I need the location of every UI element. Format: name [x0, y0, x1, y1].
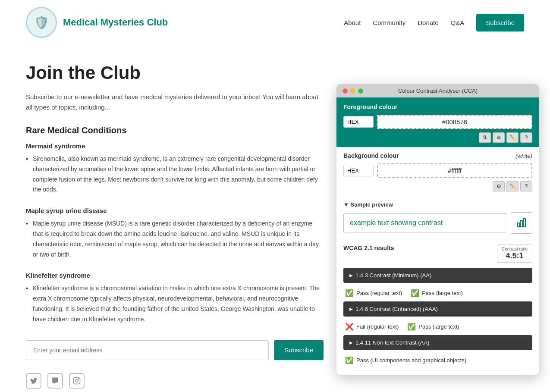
cca-wcag-header: WCAG 2.1 results Contrast ratio 4.5:1	[343, 245, 532, 263]
svg-rect-4	[521, 220, 522, 227]
fail-icon-aaa-regular: ❌	[345, 323, 354, 331]
cca-fg-label: Foreground colour	[343, 103, 532, 110]
page-title: Join the Club	[26, 63, 324, 83]
cca-fg-swap-button[interactable]: ⇅	[479, 132, 491, 143]
navbar: 🛡️ Medical Mysteries Club About Communit…	[0, 0, 550, 45]
cca-aa-results: ✅ Pass (regular text) ✅ Pass (large text…	[343, 286, 532, 301]
condition-mermaid: Mermaid syndrome Sirenomelia, also known…	[26, 142, 324, 195]
svg-point-1	[75, 379, 78, 382]
cca-nontext-results: ✅ Pass (UI components and graphical obje…	[343, 354, 532, 369]
twitter-icon[interactable]	[26, 373, 41, 389]
cca-fg-help-button[interactable]: ?	[520, 132, 532, 143]
maximize-button[interactable]	[358, 88, 363, 94]
instagram-icon[interactable]	[69, 373, 85, 389]
condition-klinefelter: Klinefelter syndrome Klinefelter syndrom…	[26, 272, 324, 324]
rare-conditions-title: Rare Medical Conditions	[26, 125, 324, 135]
cca-preview-text: example text showing contrast	[343, 213, 507, 232]
twitch-icon[interactable]	[47, 373, 63, 389]
cca-bg-format-select[interactable]: HEX	[343, 165, 374, 176]
minimize-button[interactable]	[350, 88, 355, 94]
condition-klinefelter-title: Klinefelter syndrome	[26, 272, 324, 279]
close-button[interactable]	[343, 88, 348, 94]
cca-preview-chart-button[interactable]	[511, 212, 532, 234]
cca-aaa-result-large: ✅ Pass (large text)	[407, 323, 459, 331]
cca-traffic-lights	[343, 88, 363, 94]
cca-criterion-aaa-label: 1.4.6 Contrast (Enhanced) (AAA)	[355, 306, 438, 312]
cca-bg-input-row: HEX	[343, 163, 532, 178]
cca-fg-picker-button[interactable]: ✏️	[506, 132, 519, 143]
cca-contrast-box: Contrast ratio 4.5:1	[497, 245, 532, 263]
cca-wcag-title: WCAG 2.1 results	[343, 245, 394, 251]
right-column: Colour Contrast Analyser (CCA) Foregroun…	[336, 63, 539, 389]
cca-bg-white: (white)	[515, 153, 532, 159]
play-icon-aaa: ▶	[349, 307, 353, 311]
cca-aaa-result-regular-text: Fail (regular text)	[356, 323, 399, 330]
cca-preview-header: ▼ Sample preview	[343, 201, 532, 208]
condition-klinefelter-list: Klinefelter syndrome is a chromosomal va…	[26, 283, 324, 324]
cca-fg-adjust-button[interactable]: ⚙	[493, 132, 505, 143]
play-icon-nontext: ▶	[349, 340, 353, 345]
email-input[interactable]	[26, 340, 269, 360]
cca-preview-body: example text showing contrast	[343, 212, 532, 234]
cca-aaa-result-large-text: Pass (large text)	[418, 323, 459, 330]
cca-bg-hex-input[interactable]	[377, 163, 532, 178]
cca-fg-input-row: HEX	[343, 115, 532, 129]
cca-criterion-aaa[interactable]: ▶ 1.4.6 Contrast (Enhanced) (AAA)	[343, 301, 532, 317]
cca-bg-picker-button[interactable]: ✏️	[506, 181, 519, 191]
pass-icon-aaa-large: ✅	[407, 323, 416, 331]
cca-preview-label: ▼ Sample preview	[343, 201, 393, 208]
nav-subscribe-button[interactable]: Subscribe	[476, 14, 524, 31]
social-icons	[26, 373, 324, 389]
cca-fg-hex-input[interactable]	[377, 115, 532, 129]
left-column: Join the Club Subscribe to our e-newslet…	[26, 63, 336, 389]
list-item: Maple syrup urine disease (MSUD) is a ra…	[26, 219, 324, 260]
subscribe-form: Subscribe	[26, 340, 324, 360]
pass-icon-nontext: ✅	[345, 356, 354, 364]
cca-wcag-section: WCAG 2.1 results Contrast ratio 4.5:1 ▶ …	[336, 239, 539, 375]
condition-mermaid-title: Mermaid syndrome	[26, 142, 324, 150]
cca-bg-help-button[interactable]: ?	[520, 181, 532, 191]
main-content: Join the Club Subscribe to our e-newslet…	[0, 45, 550, 392]
cca-background-section: Background colour (white) HEX ⚙ ✏️ ?	[336, 147, 539, 196]
cca-aaa-results: ❌ Fail (regular text) ✅ Pass (large text…	[343, 320, 532, 335]
nav-donate[interactable]: Donate	[418, 19, 438, 26]
intro-text: Subscribe to our e-newsletter and have m…	[26, 92, 324, 113]
cca-bg-label: Background colour	[343, 152, 399, 159]
cca-aa-result-regular-text: Pass (regular text)	[356, 290, 402, 296]
play-icon: ▶	[349, 273, 353, 278]
cca-criterion-aa[interactable]: ▶ 1.4.3 Contrast (Minimum) (AA)	[343, 268, 532, 283]
svg-rect-0	[74, 377, 80, 384]
cca-nontext-result: ✅ Pass (UI components and graphical obje…	[345, 356, 466, 364]
list-item: Sirenomelia, also known as mermaid syndr…	[26, 154, 324, 195]
svg-rect-5	[524, 219, 525, 227]
condition-maple-title: Maple syrup urine disease	[26, 207, 324, 214]
cca-fg-format-select[interactable]: HEX	[343, 116, 374, 128]
list-item: Klinefelter syndrome is a chromosomal va…	[26, 283, 324, 324]
cca-foreground-section: Foreground colour HEX ⇅ ⚙ ✏️ ?	[336, 97, 539, 147]
cca-aa-result-large-text: Pass (large text)	[422, 290, 463, 296]
cca-nontext-result-text: Pass (UI components and graphical object…	[356, 357, 466, 364]
cca-bg-adjust-button[interactable]: ⚙	[493, 181, 505, 191]
cca-titlebar: Colour Contrast Analyser (CCA)	[336, 84, 539, 97]
cca-aaa-result-regular: ❌ Fail (regular text)	[345, 323, 399, 331]
pass-icon-aa-regular: ✅	[345, 289, 354, 297]
cca-preview-section: ▼ Sample preview example text showing co…	[336, 196, 539, 239]
brand-link[interactable]: 🛡️ Medical Mysteries Club	[26, 7, 168, 38]
cca-criterion-nontext[interactable]: ▶ 1.4.11 Non-text Contrast (AA)	[343, 335, 532, 350]
pass-icon-aa-large: ✅	[411, 289, 419, 297]
cca-bg-header: Background colour (white)	[343, 152, 532, 159]
nav-about[interactable]: About	[344, 19, 361, 26]
nav-qa[interactable]: Q&A	[451, 19, 465, 26]
cca-contrast-label: Contrast ratio	[502, 247, 528, 251]
cca-aa-result-regular: ✅ Pass (regular text)	[345, 289, 402, 297]
cca-contrast-value: 4.5:1	[502, 251, 528, 260]
brand-logo: 🛡️	[26, 7, 57, 38]
condition-maple-list: Maple syrup urine disease (MSUD) is a ra…	[26, 219, 324, 260]
subscribe-button[interactable]: Subscribe	[274, 340, 324, 360]
cca-fg-tools: ⇅ ⚙ ✏️ ?	[343, 132, 532, 143]
svg-rect-3	[518, 223, 519, 227]
cca-window: Colour Contrast Analyser (CCA) Foregroun…	[336, 84, 539, 375]
nav-community[interactable]: Community	[373, 19, 405, 26]
cca-body: Foreground colour HEX ⇅ ⚙ ✏️ ?	[336, 97, 539, 375]
nav-links: About Community Donate Q&A Subscribe	[344, 14, 524, 31]
